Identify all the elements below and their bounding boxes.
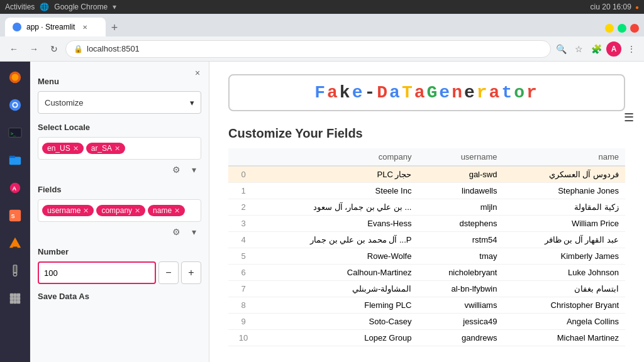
locale-tag-ar-sa-remove[interactable]: ✕ (114, 145, 120, 153)
field-tag-username-remove[interactable]: ✕ (83, 207, 89, 215)
table-row: 5 Rowe-Wolfe tmay Kimberly James (228, 248, 625, 265)
cell-company: Lopez Group (258, 330, 418, 346)
cell-name: Angela Collins (503, 314, 625, 330)
number-increase-button[interactable]: + (181, 261, 201, 284)
profile-avatar[interactable]: A (606, 41, 621, 57)
os-bar: Activities 🌐 Google Chrome ▾ ciu 20 16:0… (0, 0, 644, 14)
dropdown-arrow-icon: ▾ (190, 98, 194, 107)
taskbar-software-icon[interactable]: A (3, 175, 28, 200)
locale-dropdown-icon[interactable]: ▾ (186, 162, 201, 177)
cell-username: gandrews (418, 330, 503, 346)
address-input[interactable]: 🔒 localhost:8501 (65, 40, 551, 58)
taskbar-firefox-icon[interactable] (3, 65, 28, 90)
maximize-button[interactable] (618, 24, 626, 33)
cell-name: Michael Martinez (503, 330, 625, 346)
title-char-dash: - (364, 83, 377, 102)
search-icon[interactable]: 🔍 (553, 41, 569, 57)
taskbar: >_ A S (0, 62, 30, 362)
cell-name: ابتسام بغفان (503, 281, 625, 297)
bookmark-icon[interactable]: ☆ (571, 41, 586, 57)
datetime-label: ciu 20 16:09 (591, 3, 631, 11)
taskbar-sublime-icon[interactable]: S (3, 203, 28, 228)
svg-text:S: S (11, 213, 14, 219)
svg-rect-22 (16, 297, 20, 300)
locale-tag-en-us-remove[interactable]: ✕ (73, 145, 79, 153)
locale-tag-en-us[interactable]: en_US ✕ (42, 143, 84, 154)
chrome-menu-icon[interactable]: ⋮ (624, 41, 639, 57)
svg-text:A: A (12, 185, 16, 192)
taskbar-usb-icon[interactable] (3, 258, 28, 283)
fields-settings-row: ⚙ ▾ (38, 224, 201, 239)
hamburger-menu-icon[interactable]: ☰ (624, 111, 634, 124)
cell-name: Stephanie Jones (503, 183, 625, 199)
taskbar-apps-icon[interactable] (3, 286, 28, 311)
title-char-t: t (501, 83, 514, 102)
svg-rect-21 (13, 297, 17, 300)
table-row: 1 Steele Inc lindawells Stephanie Jones (228, 183, 625, 199)
cell-username: al-bn-lfybwin (418, 281, 503, 297)
title-char-G: G (427, 83, 440, 102)
app-title-container: Fake-DaTaGenerator (228, 74, 625, 111)
new-tab-button[interactable]: + (106, 19, 123, 36)
cell-name: William Price (503, 216, 625, 232)
field-tag-username[interactable]: username ✕ (42, 205, 94, 216)
refresh-button[interactable]: ↻ (45, 40, 63, 58)
cell-idx: 2 (228, 199, 258, 216)
taskbar-chrome-icon[interactable] (3, 92, 28, 118)
cell-company: Steele Inc (258, 183, 418, 199)
locale-tag-ar-sa[interactable]: ar_SA ✕ (86, 143, 125, 154)
cell-idx: 0 (228, 166, 258, 183)
cell-company: Evans-Hess (258, 216, 418, 232)
svg-rect-25 (16, 300, 20, 304)
fields-dropdown-icon[interactable]: ▾ (186, 224, 201, 239)
field-tag-company-remove[interactable]: ✕ (135, 207, 140, 215)
table-row: 6 Calhoun-Martinez nicholebryant Luke Jo… (228, 265, 625, 281)
title-char-a3: a (414, 83, 427, 102)
title-char-a2: a (389, 83, 402, 102)
table-row: 9 Soto-Casey jessica49 Angela Collins (228, 314, 625, 330)
tab-close-button[interactable]: ✕ (80, 22, 90, 32)
locale-settings-icon[interactable]: ⚙ (169, 162, 184, 177)
extension-icon[interactable]: 🧩 (589, 41, 604, 57)
minimize-button[interactable] (605, 24, 614, 33)
col-header-username: username (418, 148, 503, 166)
os-bar-left: Activities 🌐 Google Chrome ▾ (5, 3, 116, 11)
number-input[interactable] (38, 261, 156, 284)
activities-label[interactable]: Activities (5, 3, 35, 11)
col-header-company: company (258, 148, 418, 166)
field-tag-name[interactable]: name ✕ (148, 205, 185, 216)
cell-company: Rowe-Wolfe (258, 248, 418, 265)
forward-button[interactable]: → (25, 40, 43, 58)
svg-point-1 (11, 74, 18, 81)
address-icons: 🔍 ☆ 🧩 A ⋮ (553, 41, 639, 57)
back-button[interactable]: ← (5, 40, 23, 58)
close-window-button[interactable] (630, 24, 639, 33)
svg-rect-17 (9, 293, 13, 297)
taskbar-files-icon[interactable] (3, 148, 28, 173)
svg-rect-23 (9, 300, 13, 304)
title-char-D: D (377, 83, 389, 102)
number-decrease-button[interactable]: − (158, 261, 179, 284)
title-char-F: F (314, 83, 327, 102)
field-tag-company[interactable]: company ✕ (96, 205, 145, 216)
sidebar-close-button[interactable]: × (191, 67, 204, 79)
table-row: 7 المشاولة-شربنلي al-bn-lfybwin ابتسام ب… (228, 281, 625, 297)
menu-dropdown[interactable]: Customize ▾ (38, 91, 201, 114)
cell-username: nicholebryant (418, 265, 503, 281)
cell-company: المشاولة-شربنلي (258, 281, 418, 297)
svg-rect-8 (9, 156, 14, 158)
active-tab[interactable]: app · Streamlit ✕ (5, 18, 106, 36)
cell-idx: 7 (228, 281, 258, 297)
address-bar: ← → ↻ 🔒 localhost:8501 🔍 ☆ 🧩 A ⋮ (0, 36, 644, 62)
taskbar-terminal-icon[interactable]: >_ (3, 120, 28, 145)
cell-username: rstm54 (418, 232, 503, 248)
cell-idx: 5 (228, 248, 258, 265)
fields-settings-icon[interactable]: ⚙ (169, 224, 184, 239)
tab-title: app · Streamlit (26, 23, 75, 31)
taskbar-vlc-icon[interactable] (3, 231, 28, 256)
field-tag-name-remove[interactable]: ✕ (174, 207, 180, 215)
title-char-a4: a (489, 83, 502, 102)
cell-username: vwilliams (418, 297, 503, 314)
os-bar-right: ciu 20 16:09 ● (591, 3, 639, 11)
sidebar-panel: × Menu Customize ▾ Select Locale en_US ✕… (30, 62, 209, 362)
